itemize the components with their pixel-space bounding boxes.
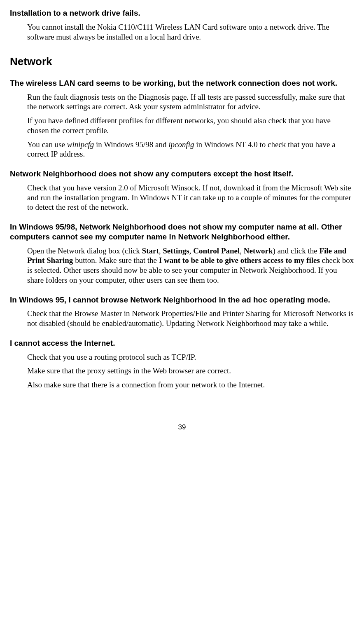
- issue-neighborhood-host-body: Check that you have version 2.0 of Micro…: [27, 183, 354, 212]
- text-fragment: You can use: [27, 140, 67, 149]
- issue-9598-name-title: In Windows 95/98, Network Neighborhood d…: [10, 222, 354, 242]
- menu-network: Network: [244, 246, 273, 255]
- issue-install-fail-title: Installation to a network drive fails.: [10, 8, 354, 18]
- issue-no-internet-p3: Also make sure that there is a connectio…: [27, 380, 354, 390]
- text-fragment: button. Make sure that the: [73, 256, 159, 265]
- chk-give-access: I want to be able to give others access …: [159, 256, 320, 265]
- page-number: 39: [10, 423, 354, 431]
- text-fragment: Open the Network dialog box (click: [27, 246, 142, 255]
- issue-conn-not-work-title: The wireless LAN card seems to be workin…: [10, 78, 354, 88]
- menu-control-panel: Control Panel: [193, 246, 240, 255]
- cmd-winipcfg: winipcfg: [67, 140, 94, 149]
- text-fragment: ,: [240, 246, 244, 255]
- menu-settings: Settings: [163, 246, 189, 255]
- cmd-ipconfig: ipconfig: [168, 140, 194, 149]
- issue-9598-name-body: Open the Network dialog box (click Start…: [27, 246, 354, 285]
- text-fragment: ) and click the: [273, 246, 319, 255]
- issue-neighborhood-host-title: Network Neighborhood does not show any c…: [10, 169, 354, 179]
- issue-conn-p2: If you have defined different profiles f…: [27, 116, 354, 136]
- issue-95-adhoc-title: In Windows 95, I cannot browse Network N…: [10, 295, 354, 305]
- issue-no-internet-p1: Check that you use a routing protocol su…: [27, 352, 354, 362]
- text-fragment: ,: [159, 246, 163, 255]
- menu-start: Start: [142, 246, 159, 255]
- issue-conn-p1: Run the fault diagnosis tests on the Dia…: [27, 92, 354, 112]
- issue-95-adhoc-body: Check that the Browse Master in Network …: [27, 309, 354, 328]
- issue-no-internet-p2: Make sure that the proxy settings in the…: [27, 366, 354, 376]
- text-fragment: ,: [189, 246, 194, 255]
- issue-install-fail-body: You cannot install the Nokia C110/C111 W…: [27, 22, 354, 42]
- text-fragment: in Windows 95/98 and: [94, 140, 168, 149]
- issue-no-internet-title: I cannot access the Internet.: [10, 338, 354, 348]
- section-network-title: Network: [10, 55, 354, 68]
- issue-conn-p3: You can use winipcfg in Windows 95/98 an…: [27, 140, 354, 159]
